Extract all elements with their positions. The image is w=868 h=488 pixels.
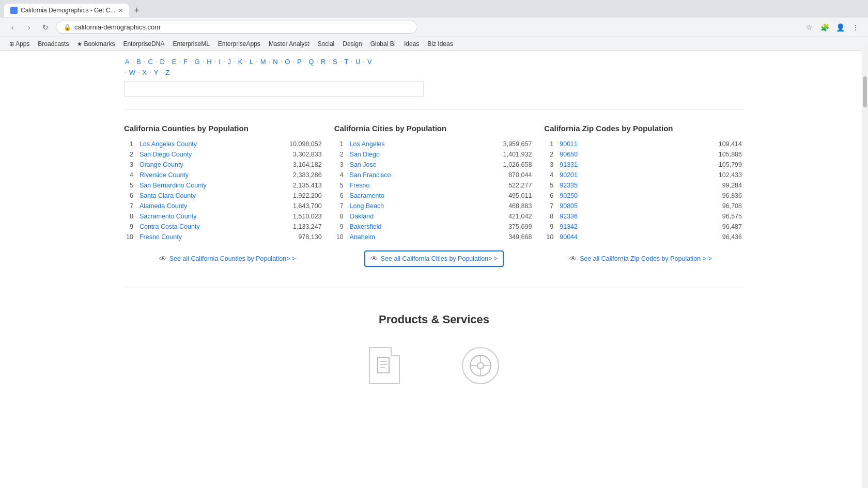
alpha-F[interactable]: F xyxy=(182,57,189,66)
zipcode-link[interactable]: 90250 xyxy=(560,192,578,199)
alpha-C[interactable]: C xyxy=(147,57,154,66)
city-link[interactable]: Los Angeles xyxy=(350,140,385,148)
bookmark-ideas[interactable]: Ideas xyxy=(401,39,422,49)
zipcode-link[interactable]: 90805 xyxy=(560,202,578,210)
alpha-B[interactable]: B xyxy=(135,57,142,66)
county-link[interactable]: Orange County xyxy=(140,161,183,168)
bookmark-broadcasts[interactable]: Broadcasts xyxy=(35,39,72,49)
city-link[interactable]: Long Beach xyxy=(350,202,384,210)
city-link[interactable]: San Jose xyxy=(350,161,377,168)
bookmark-design[interactable]: Design xyxy=(339,39,365,49)
url-bar[interactable]: 🔒 california-demographics.com xyxy=(56,21,417,34)
forward-button[interactable]: › xyxy=(23,21,35,34)
alpha-D[interactable]: D xyxy=(159,57,166,66)
pop-cell: 870,044 xyxy=(453,170,534,180)
see-all-cities-link[interactable]: 👁 See all California Cities by Populatio… xyxy=(364,250,504,267)
alpha-H[interactable]: H xyxy=(206,57,212,66)
bookmark-masteranalyst[interactable]: Master Analyst xyxy=(266,39,313,49)
rank-cell: 6 xyxy=(124,191,137,201)
alpha-P[interactable]: P xyxy=(296,57,303,66)
see-all-zipcodes-link[interactable]: 👁 See all California Zip Codes by Popula… xyxy=(569,250,712,267)
alpha-T[interactable]: T xyxy=(343,57,349,66)
alpha-M[interactable]: M xyxy=(259,57,267,66)
zipcode-link[interactable]: 92335 xyxy=(560,182,578,189)
bookmark-enterpriseapps[interactable]: EnterpriseApps xyxy=(215,39,264,49)
alpha-K[interactable]: K xyxy=(237,57,244,66)
alpha-O[interactable]: O xyxy=(284,57,291,66)
alpha-V[interactable]: V xyxy=(366,57,373,66)
city-link[interactable]: Anaheim xyxy=(350,233,375,241)
city-link[interactable]: San Francisco xyxy=(350,171,391,179)
alpha-R[interactable]: R xyxy=(320,57,327,66)
back-button[interactable]: ‹ xyxy=(6,21,19,34)
bookmark-star-button[interactable]: ☆ xyxy=(803,21,815,34)
bookmark-globalbi[interactable]: Global BI xyxy=(367,39,399,49)
city-link[interactable]: Fresno xyxy=(350,182,370,189)
name-cell: Bakersfield xyxy=(348,222,453,232)
city-link[interactable]: Oakland xyxy=(350,213,374,220)
alpha-J[interactable]: J xyxy=(227,57,233,66)
county-link[interactable]: Riverside County xyxy=(140,171,189,179)
name-cell: Anaheim xyxy=(348,232,453,242)
products-title: Products & Services xyxy=(124,313,744,326)
alpha-Q[interactable]: Q xyxy=(307,57,315,66)
county-link[interactable]: Santa Clara County xyxy=(140,192,196,199)
county-link[interactable]: Contra Costa County xyxy=(140,223,200,230)
alpha-X[interactable]: X xyxy=(142,68,148,77)
see-all-counties-link[interactable]: 👁 See all California Counties by Populat… xyxy=(159,250,296,267)
rank-cell: 7 xyxy=(124,201,137,211)
city-link[interactable]: Bakersfield xyxy=(350,223,382,230)
alpha-N[interactable]: N xyxy=(272,57,278,66)
city-link[interactable]: Sacramento xyxy=(350,192,384,199)
alpha-S[interactable]: S xyxy=(332,57,338,66)
zipcode-link[interactable]: 91342 xyxy=(560,223,578,230)
alpha-E[interactable]: E xyxy=(171,57,178,66)
rank-cell: 9 xyxy=(124,222,137,232)
alpha-Y[interactable]: Y xyxy=(153,68,160,77)
alpha-L[interactable]: L xyxy=(249,57,254,66)
alpha-I[interactable]: I xyxy=(218,57,222,66)
reload-button[interactable]: ↻ xyxy=(39,21,52,34)
zipcode-link[interactable]: 90201 xyxy=(560,171,578,179)
county-link[interactable]: San Diego County xyxy=(140,151,192,158)
alpha-Z[interactable]: Z xyxy=(164,68,171,77)
extensions-button[interactable]: 🧩 xyxy=(818,21,831,34)
bookmark-social[interactable]: Social xyxy=(315,39,338,49)
bookmark-apps[interactable]: ⊞ Apps xyxy=(6,39,33,49)
alpha-G[interactable]: G xyxy=(194,57,201,66)
page-content: A· B· C· D· E· F· G· H· I· J· K· L· M· N… xyxy=(62,51,806,405)
new-tab-button[interactable]: + xyxy=(129,3,144,18)
scrollbar[interactable] xyxy=(862,45,868,488)
alpha-A[interactable]: A xyxy=(124,57,131,66)
pop-cell: 375,699 xyxy=(453,222,534,232)
bookmark-bookmarks[interactable]: ★ Bookmarks xyxy=(74,39,118,49)
browser-tab[interactable]: California Demographics - Get C... ✕ xyxy=(4,4,129,17)
name-cell: 90044 xyxy=(557,232,637,242)
city-link[interactable]: San Diego xyxy=(350,151,380,158)
bookmark-enterprisedna[interactable]: EnterpriseDNA xyxy=(120,39,167,49)
name-cell: San Jose xyxy=(348,160,453,170)
county-link[interactable]: Alameda County xyxy=(140,202,187,210)
product-circle-wrap xyxy=(462,347,499,384)
bookmark-enterpriseml[interactable]: EnterpriseML xyxy=(169,39,212,49)
alpha-W[interactable]: W xyxy=(128,68,136,77)
county-link[interactable]: Fresno County xyxy=(140,233,182,241)
profile-button[interactable]: 👤 xyxy=(834,21,846,34)
table-row: 6 90250 96,836 xyxy=(544,191,744,201)
rank-cell: 6 xyxy=(544,191,557,201)
county-link[interactable]: San Bernardino County xyxy=(140,182,207,189)
county-link[interactable]: Los Angeles County xyxy=(140,140,197,148)
zipcode-link[interactable]: 91331 xyxy=(560,161,578,168)
scrollbar-thumb[interactable] xyxy=(863,76,867,107)
zipcode-link[interactable]: 90044 xyxy=(560,233,578,241)
bookmark-bizideas[interactable]: Biz Ideas xyxy=(424,39,456,49)
zipcode-link[interactable]: 90011 xyxy=(560,140,578,148)
menu-button[interactable]: ⋮ xyxy=(849,21,862,34)
county-link[interactable]: Sacramento County xyxy=(140,213,196,220)
zipcode-link[interactable]: 92336 xyxy=(560,213,578,220)
alpha-U[interactable]: U xyxy=(354,57,361,66)
tab-close-button[interactable]: ✕ xyxy=(118,7,123,14)
pop-cell: 3,302,833 xyxy=(258,149,324,160)
rank-cell: 8 xyxy=(544,211,557,222)
zipcode-link[interactable]: 90650 xyxy=(560,151,578,158)
